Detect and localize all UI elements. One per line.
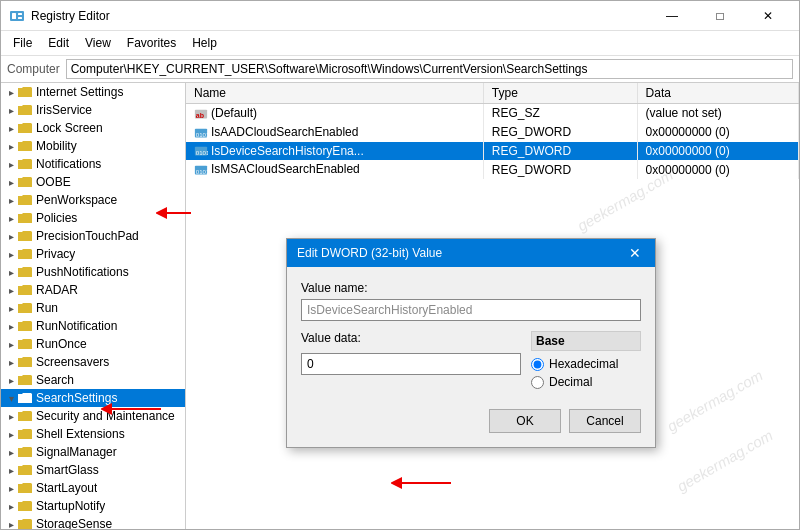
expand-icon: ▸ [5,411,17,422]
menu-edit[interactable]: Edit [40,33,77,53]
data-section: Value data: [301,331,521,375]
folder-icon [17,481,33,495]
tree-item[interactable]: ▸StartLayout [1,479,185,497]
cell-data: (value not set) [637,104,798,123]
tree-item[interactable]: ▸SmartGlass [1,461,185,479]
tree-item-label: StorageSense [36,517,112,529]
folder-icon [17,355,33,369]
dialog-close-button[interactable]: ✕ [625,245,645,261]
tree-item-label: RunOnce [36,337,87,351]
menu-favorites[interactable]: Favorites [119,33,184,53]
folder-icon [17,427,33,441]
tree-item[interactable]: ▸Mobility [1,137,185,155]
tree-item-label: Search [36,373,74,387]
tree-item[interactable]: ▸Internet Settings [1,83,185,101]
tree-item-label: RunNotification [36,319,117,333]
tree-item[interactable]: ▸Policies [1,209,185,227]
dialog-middle-row: Value data: Base Hexadecimal Decim [301,331,641,393]
hexadecimal-label: Hexadecimal [549,357,618,371]
folder-icon [17,373,33,387]
tree-item[interactable]: ▸PrecisionTouchPad [1,227,185,245]
folder-icon [17,193,33,207]
tree-item[interactable]: ▸Privacy [1,245,185,263]
expand-icon: ▸ [5,483,17,494]
expand-icon: ▸ [5,321,17,332]
col-name[interactable]: Name [186,83,483,104]
tree-item-label: OOBE [36,175,71,189]
tree-item[interactable]: ▸RunOnce [1,335,185,353]
tree-item[interactable]: ▸StartupNotify [1,497,185,515]
cell-data: 0x00000000 (0) [637,142,798,161]
tree-item[interactable]: ▸IrisService [1,101,185,119]
cell-data: 0x00000000 (0) [637,123,798,142]
close-button[interactable]: ✕ [745,5,791,27]
tree-item[interactable]: ▸Shell Extensions [1,425,185,443]
cell-type: REG_DWORD [483,142,637,161]
folder-icon [17,391,33,405]
radio-hexadecimal[interactable]: Hexadecimal [531,357,641,371]
cancel-button[interactable]: Cancel [569,409,641,433]
tree-item-label: Screensavers [36,355,109,369]
table-row[interactable]: ab(Default)REG_SZ(value not set) [186,104,799,123]
table-row[interactable]: 0101IsAADCloudSearchEnabledREG_DWORD0x00… [186,123,799,142]
tree-item[interactable]: ▸PenWorkspace [1,191,185,209]
tree-item-label: IrisService [36,103,92,117]
svg-text:0101: 0101 [196,149,208,156]
folder-icon [17,139,33,153]
tree-item[interactable]: ▸PushNotifications [1,263,185,281]
tree-item-label: PenWorkspace [36,193,117,207]
tree-item[interactable]: ▸Screensavers [1,353,185,371]
registry-editor-window: Registry Editor — □ ✕ File Edit View Fav… [0,0,800,530]
folder-icon [17,499,33,513]
col-data[interactable]: Data [637,83,798,104]
folder-icon [17,517,33,529]
table-row[interactable]: 0101IsMSACloudSearchEnabledREG_DWORD0x00… [186,160,799,179]
cell-type: REG_DWORD [483,123,637,142]
folder-icon [17,103,33,117]
tree-item-label: Privacy [36,247,75,261]
base-section: Base Hexadecimal Decimal [531,331,641,393]
menu-file[interactable]: File [5,33,40,53]
tree-item[interactable]: ▸RunNotification [1,317,185,335]
svg-rect-3 [18,17,22,19]
dialog-title: Edit DWORD (32-bit) Value [297,246,442,260]
address-input[interactable] [66,59,793,79]
address-label: Computer [7,62,60,76]
tree-item-label: RADAR [36,283,78,297]
main-content: ▸Internet Settings▸IrisService▸Lock Scre… [1,83,799,529]
folder-icon [17,337,33,351]
address-bar: Computer [1,56,799,83]
menu-help[interactable]: Help [184,33,225,53]
base-title: Base [531,331,641,351]
minimize-button[interactable]: — [649,5,695,27]
expand-icon: ▸ [5,429,17,440]
value-data-input[interactable] [301,353,521,375]
decimal-label: Decimal [549,375,592,389]
radio-decimal[interactable]: Decimal [531,375,641,389]
registry-icon [9,8,25,24]
tree-item[interactable]: ▸Run [1,299,185,317]
menu-view[interactable]: View [77,33,119,53]
cell-data: 0x00000000 (0) [637,160,798,179]
tree-item[interactable]: ▸Search [1,371,185,389]
value-name-input [301,299,641,321]
maximize-button[interactable]: □ [697,5,743,27]
folder-icon [17,121,33,135]
expand-icon: ▸ [5,123,17,134]
svg-rect-1 [12,13,16,19]
tree-item[interactable]: ▸OOBE [1,173,185,191]
tree-item[interactable]: ▸Lock Screen [1,119,185,137]
cell-name: 0101IsDeviceSearchHistoryEna... [186,142,483,161]
tree-item[interactable]: ▸SignalManager [1,443,185,461]
tree-item[interactable]: ▾SearchSettings [1,389,185,407]
tree-item[interactable]: ▸Security and Maintenance [1,407,185,425]
ok-button[interactable]: OK [489,409,561,433]
tree-item-label: Lock Screen [36,121,103,135]
tree-item[interactable]: ▸Notifications [1,155,185,173]
tree-item[interactable]: ▸StorageSense [1,515,185,529]
col-type[interactable]: Type [483,83,637,104]
cell-name: ab(Default) [186,104,483,123]
table-row[interactable]: 0101IsDeviceSearchHistoryEna...REG_DWORD… [186,142,799,161]
tree-item[interactable]: ▸RADAR [1,281,185,299]
folder-icon [17,85,33,99]
